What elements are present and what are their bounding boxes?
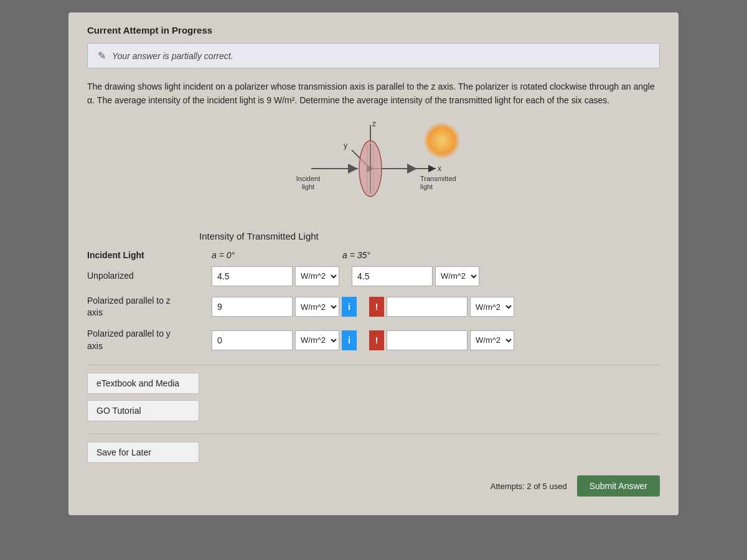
orange-glow [423, 122, 461, 159]
pol-z-a0-input[interactable] [212, 297, 293, 317]
unpolarized-row: Unpolarized W/m^2 W/m^2 [87, 266, 660, 286]
pol-z-a0-unit[interactable]: W/m^2 [295, 297, 339, 317]
pol-y-label: Polarized parallel to yaxis [87, 328, 212, 352]
table-header-row: Incident Light a = 0° a = 35° [87, 250, 660, 260]
unpolarized-a35-input[interactable] [352, 266, 433, 286]
current-attempt-header: Current Attempt in Progress [87, 25, 660, 35]
pencil-icon: ✎ [98, 50, 106, 62]
submit-answer-button[interactable]: Submit Answer [577, 475, 660, 497]
svg-text:y: y [344, 141, 347, 150]
partial-correct-text: Your answer is partially correct. [112, 51, 233, 61]
intensity-section: Intensity of Transmitted Light Incident … [87, 231, 660, 352]
attempts-text: Attempts: 2 of 5 used [491, 482, 567, 491]
pol-y-row: Polarized parallel to yaxis W/m^2 i ! W/… [87, 328, 660, 352]
svg-text:Transmitted: Transmitted [420, 175, 456, 182]
pol-z-a35-unit[interactable]: W/m^2 [470, 297, 514, 317]
divider-2 [87, 434, 660, 434]
pol-z-error-badge[interactable]: ! [369, 297, 384, 317]
unpolarized-a0-unit[interactable]: W/m^2 [295, 266, 339, 286]
unpolarized-a0-input[interactable] [212, 266, 293, 286]
unpolarized-a35-group: W/m^2 [352, 266, 479, 286]
svg-text:x: x [438, 164, 441, 173]
unpolarized-label: Unpolarized [87, 270, 212, 282]
diagram-svg: z y x Incident light Tran [274, 119, 473, 218]
pol-y-info-badge[interactable]: i [342, 330, 357, 350]
pol-y-a0-unit[interactable]: W/m^2 [295, 330, 339, 350]
svg-text:z: z [372, 119, 376, 128]
pol-y-a35-unit[interactable]: W/m^2 [470, 330, 514, 350]
pol-z-a35-input[interactable] [387, 297, 467, 317]
pol-y-a0-input[interactable] [212, 330, 293, 350]
problem-description: The drawing shows light incident on a po… [87, 80, 660, 108]
pol-y-a35-group: ! W/m^2 [369, 330, 514, 350]
main-container: Current Attempt in Progress ✎ Your answe… [68, 12, 679, 515]
pol-y-a35-input[interactable] [387, 330, 467, 350]
diagram-area: z y x Incident light Tran [87, 119, 660, 218]
pol-z-a35-group: ! W/m^2 [369, 297, 514, 317]
pol-z-label: Polarized parallel to zaxis [87, 295, 212, 319]
divider-1 [87, 365, 660, 365]
pol-z-info-badge[interactable]: i [342, 297, 357, 317]
pol-z-row: Polarized parallel to zaxis W/m^2 i ! W/… [87, 295, 660, 319]
svg-text:light: light [302, 183, 314, 190]
etextbook-button[interactable]: eTextbook and Media [87, 373, 199, 394]
go-tutorial-button[interactable]: GO Tutorial [87, 400, 199, 421]
intensity-title: Intensity of Transmitted Light [199, 231, 660, 241]
pol-z-a0-group: W/m^2 i [212, 297, 357, 317]
save-later-button[interactable]: Save for Later [87, 442, 199, 463]
svg-text:light: light [420, 183, 433, 190]
unpolarized-a35-unit[interactable]: W/m^2 [435, 266, 479, 286]
a35-header: a = 35° [342, 250, 504, 260]
partial-correct-banner: ✎ Your answer is partially correct. [87, 43, 660, 68]
pol-y-error-badge[interactable]: ! [369, 330, 384, 350]
incident-light-header: Incident Light [87, 250, 212, 260]
footer-row: Attempts: 2 of 5 used Submit Answer [87, 475, 660, 497]
svg-text:Incident: Incident [296, 175, 321, 182]
unpolarized-a0-group: W/m^2 [212, 266, 339, 286]
a0-header: a = 0° [212, 250, 342, 260]
pol-y-a0-group: W/m^2 i [212, 330, 357, 350]
